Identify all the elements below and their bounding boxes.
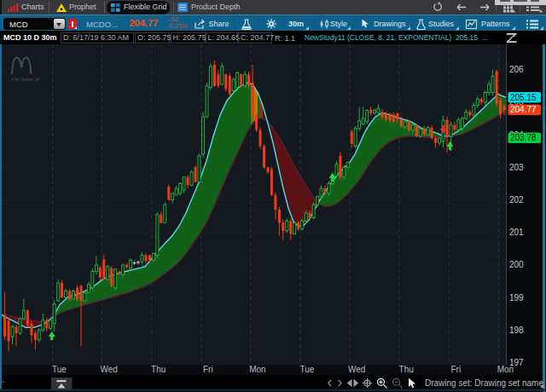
svg-text:Fri: Fri xyxy=(450,365,461,374)
svg-text:Wed: Wed xyxy=(100,365,117,374)
svg-text:Drawing set: Drawing set name: Drawing set: Drawing set name xyxy=(425,378,543,388)
svg-text:Fri: Fri xyxy=(203,365,213,374)
svg-text:Thu: Thu xyxy=(399,365,414,374)
svg-text:Tue: Tue xyxy=(52,365,67,374)
svg-text:200: 200 xyxy=(509,260,524,269)
svg-text:198: 198 xyxy=(509,326,524,335)
svg-text:Thu: Thu xyxy=(151,365,166,374)
svg-text:199: 199 xyxy=(509,293,524,303)
svg-text:i’m lovin’ it’: i’m lovin’ it’ xyxy=(12,76,41,82)
svg-text:203: 203 xyxy=(509,163,524,172)
svg-text:Wed: Wed xyxy=(348,365,365,374)
svg-text:205.15: 205.15 xyxy=(510,93,537,102)
svg-text:202: 202 xyxy=(509,195,524,205)
svg-text:Mon: Mon xyxy=(249,365,265,374)
svg-text:204.77: 204.77 xyxy=(510,105,537,114)
svg-text:Mon: Mon xyxy=(497,365,514,374)
svg-text:206: 206 xyxy=(509,65,524,74)
svg-text:203.78: 203.78 xyxy=(510,133,537,142)
svg-text:201: 201 xyxy=(509,228,524,237)
svg-text:Tue: Tue xyxy=(300,365,315,374)
